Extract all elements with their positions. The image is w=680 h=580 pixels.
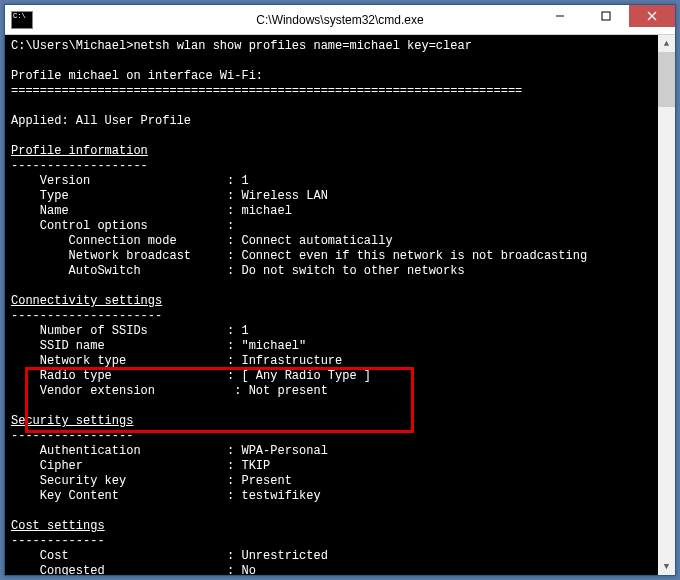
window-buttons	[537, 5, 675, 34]
minimize-icon	[555, 11, 565, 21]
scroll-thumb[interactable]	[658, 52, 675, 107]
minimize-button[interactable]	[537, 5, 583, 27]
scroll-track[interactable]	[658, 52, 675, 558]
close-button[interactable]	[629, 5, 675, 27]
maximize-button[interactable]	[583, 5, 629, 27]
scroll-down-button[interactable]: ▼	[658, 558, 675, 575]
scroll-up-button[interactable]: ▲	[658, 35, 675, 52]
cmd-window: C:\Windows\system32\cmd.exe C:\Users\Mic…	[4, 4, 676, 576]
cmd-system-icon[interactable]	[11, 11, 33, 29]
titlebar[interactable]: C:\Windows\system32\cmd.exe	[5, 5, 675, 35]
terminal-output[interactable]: C:\Users\Michael>netsh wlan show profile…	[5, 35, 675, 575]
close-icon	[647, 11, 657, 21]
svg-rect-1	[602, 12, 610, 20]
vertical-scrollbar[interactable]: ▲ ▼	[658, 35, 675, 575]
maximize-icon	[601, 11, 611, 21]
